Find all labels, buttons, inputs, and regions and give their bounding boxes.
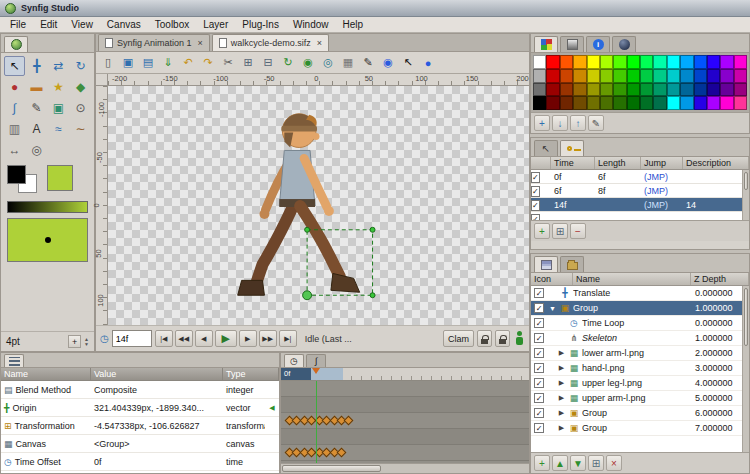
- layer-visibility-checkbox[interactable]: ✓: [534, 408, 544, 418]
- spline-tool[interactable]: ∫: [4, 98, 25, 118]
- canvas-workarea[interactable]: [108, 86, 529, 325]
- menu-item-help[interactable]: Help: [336, 18, 371, 31]
- paste-icon[interactable]: ⊟: [259, 54, 277, 71]
- render-icon[interactable]: ◎: [319, 54, 337, 71]
- layer-row[interactable]: ✓╋Translate0.000000: [531, 286, 749, 301]
- keyframe-lock-checkbox[interactable]: ✓: [531, 214, 551, 221]
- tool-options-tab[interactable]: [560, 36, 584, 52]
- palette-swatch[interactable]: [613, 96, 626, 110]
- palette-swatch[interactable]: [627, 83, 640, 97]
- keyframes-scrollbar[interactable]: [742, 170, 749, 220]
- palette-swatch[interactable]: [734, 69, 747, 83]
- fill-tool[interactable]: ▣: [48, 98, 69, 118]
- eyedrop-tool[interactable]: ⊙: [70, 98, 91, 118]
- menu-item-canvas[interactable]: Canvas: [100, 18, 148, 31]
- smooth-move-tool[interactable]: ╋: [26, 56, 47, 76]
- palette-swatch[interactable]: [680, 83, 693, 97]
- param-row[interactable]: ▤Blend MethodCompositeinteger: [1, 381, 279, 399]
- palette-swatch[interactable]: [694, 55, 707, 69]
- param-row[interactable]: ▦Canvas<Group>canvas: [1, 435, 279, 453]
- palette-swatch[interactable]: [600, 55, 613, 69]
- palette-swatch[interactable]: [667, 69, 680, 83]
- redo-icon[interactable]: ↷: [199, 54, 217, 71]
- menu-item-edit[interactable]: Edit: [33, 18, 64, 31]
- animate-mode-icon[interactable]: [513, 331, 525, 346]
- new-doc-icon[interactable]: ▯: [99, 54, 117, 71]
- layer-row[interactable]: ✓▶▦hand-l.png3.000000: [531, 361, 749, 376]
- copy-icon[interactable]: ⊞: [239, 54, 257, 71]
- text-tool[interactable]: A: [26, 119, 47, 139]
- lower-layer-button[interactable]: ▼: [570, 455, 586, 471]
- keyframe-row[interactable]: ✓14f(JMP)14: [531, 198, 749, 212]
- mirror-tool[interactable]: ⇄: [48, 56, 69, 76]
- menu-item-file[interactable]: File: [3, 18, 33, 31]
- import-icon[interactable]: ⇓: [159, 54, 177, 71]
- tab-synfig-animation-1[interactable]: Synfig Animation 1 ×: [98, 34, 210, 51]
- keyframe-lock-checkbox[interactable]: ✓: [531, 172, 551, 182]
- palette-swatch[interactable]: [613, 55, 626, 69]
- palette-swatch[interactable]: [546, 69, 559, 83]
- close-icon[interactable]: ×: [198, 38, 203, 48]
- add-keyframe-button[interactable]: +: [534, 223, 550, 239]
- palette-swatch[interactable]: [546, 55, 559, 69]
- current-time-input[interactable]: [112, 330, 152, 347]
- seek-next-frame-button[interactable]: ▶: [239, 330, 257, 347]
- new-layer-button[interactable]: +: [534, 455, 550, 471]
- palette-swatch[interactable]: [573, 55, 586, 69]
- outline-color-swatch[interactable]: [7, 165, 26, 184]
- rectangle-tool[interactable]: ▬: [26, 77, 47, 97]
- menu-item-window[interactable]: Window: [286, 18, 336, 31]
- clamp-button[interactable]: Clam: [443, 330, 474, 347]
- palette-swatch[interactable]: [573, 83, 586, 97]
- layers-tab[interactable]: [534, 256, 558, 272]
- layer-row[interactable]: ✓▶▣Group6.000000: [531, 406, 749, 421]
- layer-row[interactable]: ✓◷Time Loop0.000000: [531, 316, 749, 331]
- layer-visibility-checkbox[interactable]: ✓: [534, 333, 544, 343]
- palette-swatch[interactable]: [640, 96, 653, 110]
- play-button[interactable]: ▶: [215, 330, 237, 347]
- library-tab[interactable]: [560, 256, 584, 272]
- seek-begin-button[interactable]: |◀: [155, 330, 173, 347]
- keyframe-row[interactable]: ✓6f8f(JMP): [531, 184, 749, 198]
- palette-swatch[interactable]: [600, 69, 613, 83]
- palette-swatch[interactable]: [560, 55, 573, 69]
- palette-swatch[interactable]: [653, 69, 666, 83]
- palette-swatch[interactable]: [587, 69, 600, 83]
- palette-swatch[interactable]: [653, 55, 666, 69]
- seek-end-button[interactable]: ▶|: [279, 330, 297, 347]
- duplicate-layer-button[interactable]: ⊞: [588, 455, 604, 471]
- palette-swatch[interactable]: [640, 69, 653, 83]
- palette-swatch[interactable]: [734, 55, 747, 69]
- palette-swatch[interactable]: [680, 69, 693, 83]
- menu-item-layer[interactable]: Layer: [196, 18, 235, 31]
- polygon-tool[interactable]: ◆: [70, 77, 91, 97]
- keyframe-row[interactable]: ✓: [531, 212, 749, 220]
- layer-visibility-checkbox[interactable]: ✓: [534, 423, 544, 433]
- secondary-color-swatch[interactable]: [47, 165, 73, 191]
- rotate-tool[interactable]: ↻: [70, 56, 91, 76]
- palette-swatch[interactable]: [533, 96, 546, 110]
- seek-next-keyframe-button[interactable]: ▶▶: [259, 330, 277, 347]
- menu-item-plug-ins[interactable]: Plug-Ins: [235, 18, 286, 31]
- cut-icon[interactable]: ✂: [219, 54, 237, 71]
- layer-row[interactable]: ✓▼▣Group1.000000: [531, 301, 749, 316]
- palette-swatch[interactable]: [573, 69, 586, 83]
- layer-expander-icon[interactable]: ▶: [557, 379, 566, 387]
- palette-swatch[interactable]: [573, 96, 586, 110]
- layer-expander-icon[interactable]: ▶: [557, 364, 566, 372]
- brush-preview[interactable]: [7, 218, 88, 262]
- curves-tab[interactable]: ∫: [306, 354, 326, 367]
- save-icon[interactable]: ▣: [119, 54, 137, 71]
- scrollbar-thumb[interactable]: [744, 172, 748, 190]
- palette-swatch[interactable]: [587, 83, 600, 97]
- palette-swatch[interactable]: [694, 96, 707, 110]
- palette-add-color-button[interactable]: +: [534, 115, 550, 131]
- pointer-tab[interactable]: ↖: [534, 140, 558, 156]
- scrollbar-thumb[interactable]: [282, 465, 381, 472]
- parameters-tab[interactable]: [4, 354, 24, 367]
- waypoint[interactable]: [337, 448, 347, 458]
- save-as-icon[interactable]: ▤: [139, 54, 157, 71]
- duplicate-keyframe-button[interactable]: ⊞: [552, 223, 568, 239]
- palette-swatch[interactable]: [734, 96, 747, 110]
- palette-swatch[interactable]: [694, 83, 707, 97]
